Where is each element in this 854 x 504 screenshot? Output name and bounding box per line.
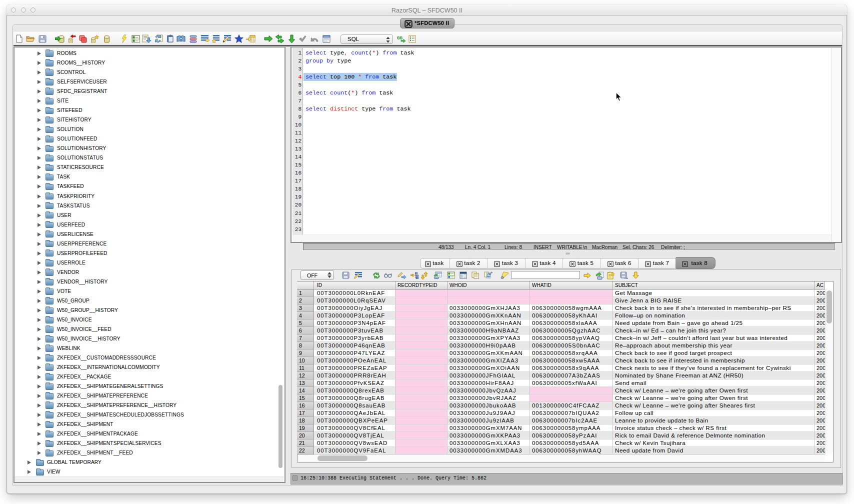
svg-text:66: 66 (397, 35, 403, 40)
